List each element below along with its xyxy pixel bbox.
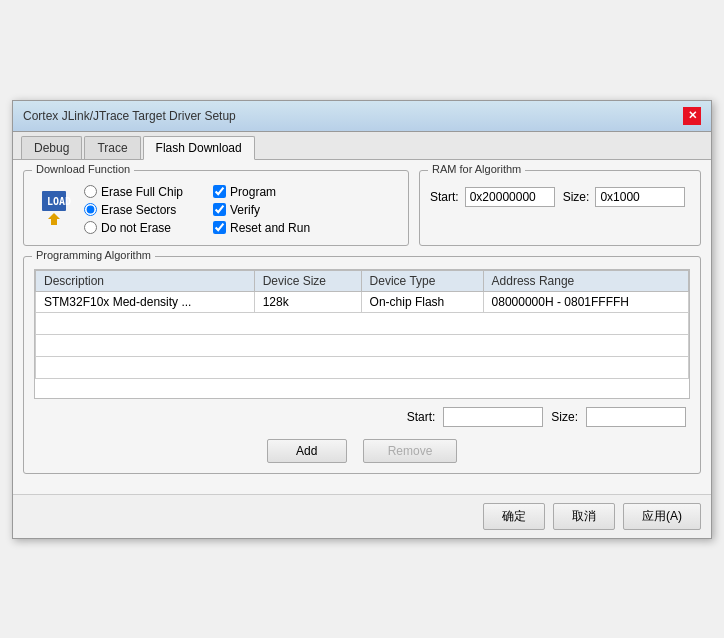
empty-row-3 <box>36 356 689 378</box>
algo-size-input[interactable] <box>586 407 686 427</box>
radio-erase-sectors[interactable]: Erase Sectors <box>84 203 183 217</box>
download-function-content: LOAD Erase Full Chip <box>34 179 398 235</box>
ram-section: Start: Size: <box>430 179 690 207</box>
tab-debug[interactable]: Debug <box>21 136 82 159</box>
ram-start-label: Start: <box>430 190 459 204</box>
radio-do-not-erase[interactable]: Do not Erase <box>84 221 183 235</box>
tab-trace[interactable]: Trace <box>84 136 140 159</box>
close-button[interactable]: ✕ <box>683 107 701 125</box>
algorithm-table-header: Description Device Size Device Type Addr… <box>36 270 689 291</box>
svg-text:LOAD: LOAD <box>47 196 71 207</box>
cancel-button[interactable]: 取消 <box>553 503 615 530</box>
ram-size-input[interactable] <box>595 187 685 207</box>
cell-address-range: 08000000H - 0801FFFFH <box>483 291 688 312</box>
programming-algorithm-group: Programming Algorithm Description Device… <box>23 256 701 474</box>
ram-start-input[interactable] <box>465 187 555 207</box>
col-device-size: Device Size <box>254 270 361 291</box>
ram-size-row: Size: <box>563 187 686 207</box>
algorithm-table: Description Device Size Device Type Addr… <box>35 270 689 379</box>
col-description: Description <box>36 270 255 291</box>
checkbox-reset-run[interactable]: Reset and Run <box>213 221 310 235</box>
programming-algorithm-label: Programming Algorithm <box>32 249 155 261</box>
col-address-range: Address Range <box>483 270 688 291</box>
empty-row-1 <box>36 312 689 334</box>
confirm-button[interactable]: 确定 <box>483 503 545 530</box>
empty-row-2 <box>36 334 689 356</box>
table-row[interactable]: STM32F10x Med-density ... 128k On-chip F… <box>36 291 689 312</box>
window-title: Cortex JLink/JTrace Target Driver Setup <box>23 109 236 123</box>
download-function-group: Download Function LOAD <box>23 170 409 246</box>
algorithm-table-body: STM32F10x Med-density ... 128k On-chip F… <box>36 291 689 378</box>
checkbox-verify[interactable]: Verify <box>213 203 310 217</box>
algo-start-label: Start: <box>407 410 436 424</box>
checkbox-group: Program Verify Reset and Run <box>213 185 310 235</box>
title-bar: Cortex JLink/JTrace Target Driver Setup … <box>13 101 711 132</box>
col-device-type: Device Type <box>361 270 483 291</box>
algo-size-label: Size: <box>551 410 578 424</box>
tab-bar: Debug Trace Flash Download <box>13 132 711 160</box>
add-remove-buttons: Add Remove <box>34 439 690 463</box>
algorithm-table-container: Description Device Size Device Type Addr… <box>34 269 690 399</box>
ram-algorithm-group: RAM for Algorithm Start: Size: <box>419 170 701 246</box>
svg-marker-2 <box>48 213 60 219</box>
download-function-label: Download Function <box>32 163 134 175</box>
tab-flash-download[interactable]: Flash Download <box>143 136 255 160</box>
ram-size-label: Size: <box>563 190 590 204</box>
header-row: Description Device Size Device Type Addr… <box>36 270 689 291</box>
ram-algorithm-label: RAM for Algorithm <box>428 163 525 175</box>
add-button[interactable]: Add <box>267 439 347 463</box>
cell-description: STM32F10x Med-density ... <box>36 291 255 312</box>
algo-start-size-row: Start: Size: <box>34 407 690 427</box>
footer: 确定 取消 应用(A) <box>13 494 711 538</box>
remove-button[interactable]: Remove <box>363 439 458 463</box>
erase-radio-group: Erase Full Chip Erase Sectors Do not Era… <box>84 185 183 235</box>
content-area: Download Function LOAD <box>13 160 711 494</box>
cell-device-size: 128k <box>254 291 361 312</box>
radio-erase-full-chip[interactable]: Erase Full Chip <box>84 185 183 199</box>
ram-start-row: Start: <box>430 187 555 207</box>
svg-rect-3 <box>51 219 57 225</box>
checkbox-program[interactable]: Program <box>213 185 310 199</box>
load-icon: LOAD <box>34 187 74 227</box>
cell-device-type: On-chip Flash <box>361 291 483 312</box>
top-section: Download Function LOAD <box>23 170 701 256</box>
apply-button[interactable]: 应用(A) <box>623 503 701 530</box>
algo-start-input[interactable] <box>443 407 543 427</box>
main-window: Cortex JLink/JTrace Target Driver Setup … <box>12 100 712 539</box>
